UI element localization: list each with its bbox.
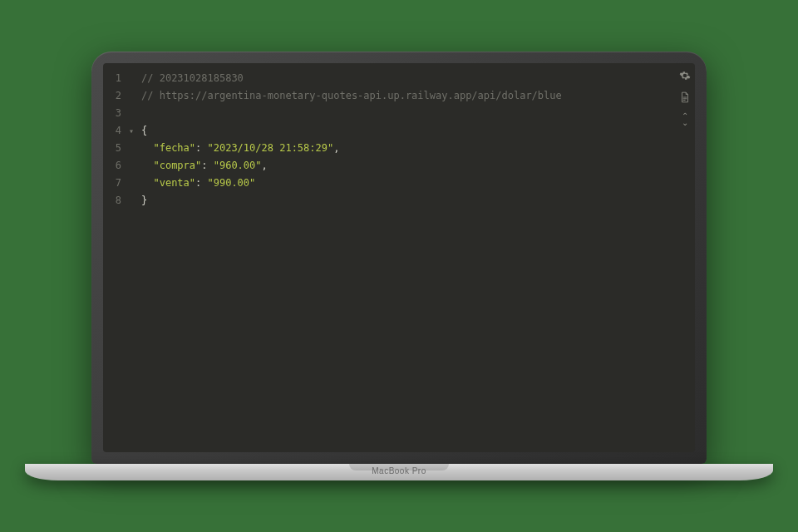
gear-icon[interactable] — [679, 70, 691, 85]
laptop-base: MacBook Pro — [25, 464, 773, 480]
json-key: "compra" — [153, 160, 201, 171]
json-value: "960.00" — [214, 160, 262, 171]
json-value: "2023/10/28 21:58:29" — [207, 142, 333, 154]
json-key: "fecha" — [153, 142, 195, 154]
comment-line: // 20231028185830 — [141, 72, 244, 84]
open-brace: { — [141, 125, 147, 136]
line-number: 2 — [103, 87, 126, 105]
line-number: 7 — [103, 175, 126, 192]
json-key: "venta" — [153, 177, 195, 189]
line-number: 1 — [103, 70, 126, 87]
line-number: 4 — [103, 122, 126, 140]
json-value: "990.00" — [207, 177, 255, 189]
chevron-updown-icon[interactable]: ⌃⌄ — [682, 113, 688, 126]
close-brace: } — [141, 195, 147, 206]
line-number-gutter: 1 2 3 4 5 6 7 8 — [103, 63, 126, 452]
line-number: 3 — [103, 105, 126, 122]
line-number: 5 — [103, 140, 126, 157]
comment-line: // https://argentina-monetary-quotes-api… — [141, 90, 562, 101]
code-content[interactable]: // 20231028185830 // https://argentina-m… — [136, 63, 675, 452]
code-editor: 1 2 3 4 5 6 7 8 ▾ // 20231028185830 // h… — [103, 63, 695, 452]
laptop-mockup: 1 2 3 4 5 6 7 8 ▾ // 20231028185830 // h… — [83, 52, 715, 480]
fold-toggle[interactable]: ▾ — [126, 122, 136, 140]
fold-gutter: ▾ — [126, 63, 136, 452]
file-icon[interactable] — [679, 91, 691, 106]
line-number: 6 — [103, 157, 126, 175]
editor-icon-rail: ⌃⌄ — [675, 63, 695, 452]
screen-bezel: 1 2 3 4 5 6 7 8 ▾ // 20231028185830 // h… — [91, 52, 707, 464]
device-brand-label: MacBook Pro — [372, 466, 426, 475]
line-number: 8 — [103, 192, 126, 209]
